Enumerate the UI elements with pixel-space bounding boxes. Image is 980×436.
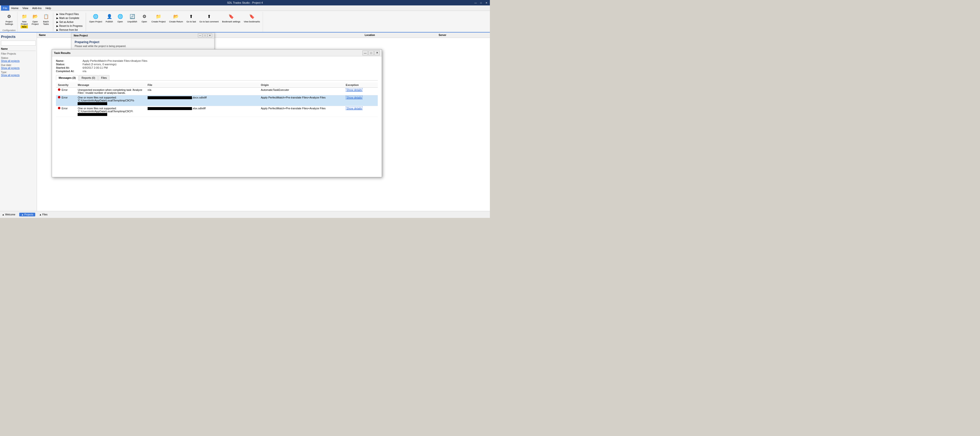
- menu-home[interactable]: Home: [10, 5, 21, 11]
- close-button[interactable]: ✕: [484, 1, 489, 5]
- prep-close-button[interactable]: ✕: [208, 33, 212, 37]
- prep-maximize-button[interactable]: □: [203, 33, 207, 37]
- open-project-icon: 📂: [32, 13, 39, 20]
- sidebar-search[interactable]: [1, 41, 36, 46]
- error-dot-1: [58, 89, 60, 91]
- started-info-label: Started At:: [56, 66, 81, 69]
- menu-addins[interactable]: Add-Ins: [30, 5, 44, 11]
- open-project2-label: Open Project: [89, 21, 102, 23]
- type-link[interactable]: Show all projects: [1, 74, 36, 76]
- open3-icon: ⚙: [141, 13, 148, 20]
- task-results-dialog: Task Results — □ ✕ Name: Apply PerfectMa…: [52, 49, 382, 177]
- view-project-files-label: View Project Files: [59, 13, 79, 16]
- ribbon-buttons-projects: 📁 NewProject New 📂 OpenProject 📋 BatchTa…: [19, 12, 261, 32]
- dialog-maximize-button[interactable]: □: [368, 51, 374, 55]
- ribbon-small-group-1: ▶ View Project Files ▶ Mark as Complete …: [55, 12, 84, 32]
- go-to-last-comment-icon: ⬆: [205, 13, 212, 20]
- mark-as-complete-button[interactable]: ▶ Mark as Complete: [55, 16, 84, 20]
- new-project-label: NewProject: [21, 21, 28, 25]
- status-info-label: Status:: [56, 63, 81, 66]
- project-settings-button[interactable]: ⚙ ProjectSettings: [4, 12, 14, 26]
- due-date-link[interactable]: Show all projects: [1, 67, 36, 70]
- revert-label: Revert to In Progress: [59, 25, 83, 27]
- info-grid: Name: Apply PerfectMatch+Pre-translate F…: [56, 59, 378, 73]
- menu-file[interactable]: File: [1, 5, 10, 11]
- row2-show-details[interactable]: Show details: [346, 96, 363, 99]
- exception-header: Exception: [344, 82, 378, 88]
- row1-file: n/a: [146, 88, 259, 95]
- content-area: Name Location Server New Project — □ ✕ P…: [37, 32, 490, 211]
- bookmark-settings-button[interactable]: 🔖 Bookmark settings: [221, 12, 242, 24]
- project-settings-icon: ⚙: [6, 13, 13, 20]
- unpublish-button[interactable]: 🔄 Unpublish: [126, 12, 138, 24]
- ribbon-buttons-config: ⚙ ProjectSettings: [4, 12, 14, 29]
- open-project2-button[interactable]: 🌐 Open Project: [88, 12, 103, 24]
- go-to-last-label: Go to last: [186, 21, 196, 23]
- create-return-button[interactable]: 📂 Create Return: [168, 12, 184, 24]
- create-project-button[interactable]: 📁 Create Project: [150, 12, 167, 24]
- row1-show-details[interactable]: Show details: [346, 88, 363, 92]
- set-as-active-label: Set as Active: [59, 21, 74, 24]
- row3-file: .xlsx.sdlxliff: [146, 106, 259, 117]
- completed-info-label: Completed At:: [56, 70, 81, 73]
- open3-button[interactable]: ⚙ Open: [140, 12, 150, 24]
- row1-severity: Error: [56, 88, 76, 95]
- sidebar: Projects Name Filter Projects Status: Sh…: [0, 32, 37, 211]
- completed-info-value: n/a: [83, 70, 378, 73]
- go-to-last-comment-button[interactable]: ⬆ Go to last comment: [198, 12, 220, 24]
- ribbon-separator-1: [53, 13, 53, 31]
- maximize-button[interactable]: □: [479, 1, 484, 5]
- status-projects[interactable]: ▲ Projects: [19, 213, 35, 216]
- results-table: Severity Message File Origin Exception: [56, 82, 378, 117]
- tab-files[interactable]: Files: [98, 75, 110, 80]
- open-project-label: OpenProject: [32, 21, 39, 25]
- open-button[interactable]: 🌐 Open: [115, 12, 125, 24]
- preparing-title-text: Preparing Project: [75, 40, 211, 44]
- row3-severity: Error: [56, 106, 76, 117]
- project-settings-label: ProjectSettings: [5, 21, 13, 25]
- publish-button[interactable]: 👤 Publish: [105, 12, 115, 24]
- row3-severity-text: Error: [62, 107, 67, 110]
- row3-show-details[interactable]: Show details: [346, 106, 363, 110]
- ribbon: ⚙ ProjectSettings Configuration 📁 NewPro…: [0, 11, 490, 32]
- minimize-button[interactable]: —: [473, 1, 478, 5]
- publish-icon: 👤: [106, 13, 113, 20]
- row3-message: One or more files not supported: 'C:\Use…: [76, 106, 145, 117]
- menu-help[interactable]: Help: [44, 5, 53, 11]
- row2-exception: Show details: [344, 95, 378, 106]
- batch-tasks-button[interactable]: 📋 BatchTasks: [41, 12, 51, 26]
- status-label: Status:: [1, 57, 36, 59]
- view-project-files-button[interactable]: ▶ View Project Files: [55, 12, 84, 16]
- remove-button[interactable]: ▶ Remove from list: [55, 28, 84, 32]
- dialog-minimize-button[interactable]: —: [363, 51, 368, 55]
- prep-minimize-button[interactable]: —: [198, 33, 202, 37]
- preparing-header: New Project — □ ✕: [72, 33, 214, 38]
- menu-bar: File Home View Add-Ins Help: [0, 5, 490, 11]
- tab-messages[interactable]: Messages (3): [56, 75, 78, 81]
- menu-view[interactable]: View: [21, 5, 30, 11]
- set-as-active-button[interactable]: ▶ Set as Active: [55, 20, 84, 24]
- dialog-content: Name: Apply PerfectMatch+Pre-translate F…: [52, 56, 382, 177]
- dialog-titlebar: Task Results — □ ✕: [52, 49, 382, 56]
- filter-projects-label: Filter Projects: [1, 52, 36, 55]
- open3-label: Open: [142, 21, 147, 23]
- view-bookmarks-button[interactable]: 🔖 View bookmarks: [242, 12, 261, 24]
- open-project-button[interactable]: 📂 OpenProject: [30, 12, 40, 26]
- status-welcome[interactable]: ▲ Welcome: [2, 213, 15, 216]
- revert-button[interactable]: ▶ Revert to In Progress: [55, 24, 84, 28]
- dialog-close-button[interactable]: ✕: [374, 51, 380, 55]
- tab-reports[interactable]: Reports (0): [79, 75, 98, 80]
- batch-tasks-icon: 📋: [43, 13, 49, 20]
- status-files[interactable]: ▲ Files: [39, 213, 48, 216]
- preparing-message: Please wait while the project is being p…: [75, 45, 211, 48]
- row1-message: Unexpected exception when completing tas…: [76, 88, 145, 95]
- arrow4-icon: ▶: [56, 25, 59, 27]
- table-row: Error One or more files not supported: '…: [56, 95, 378, 106]
- origin-header: Origin: [259, 82, 344, 88]
- title-bar: SDL Trados Studio - Project 4 — □ ✕: [0, 0, 490, 5]
- new-project-button[interactable]: 📁 NewProject New: [19, 12, 29, 29]
- go-to-last-comment-label: Go to last comment: [199, 21, 219, 23]
- status-link[interactable]: Show all projects: [1, 60, 36, 62]
- redacted-file-2: [148, 107, 192, 110]
- go-to-last-button[interactable]: ⬆ Go to last: [185, 12, 197, 24]
